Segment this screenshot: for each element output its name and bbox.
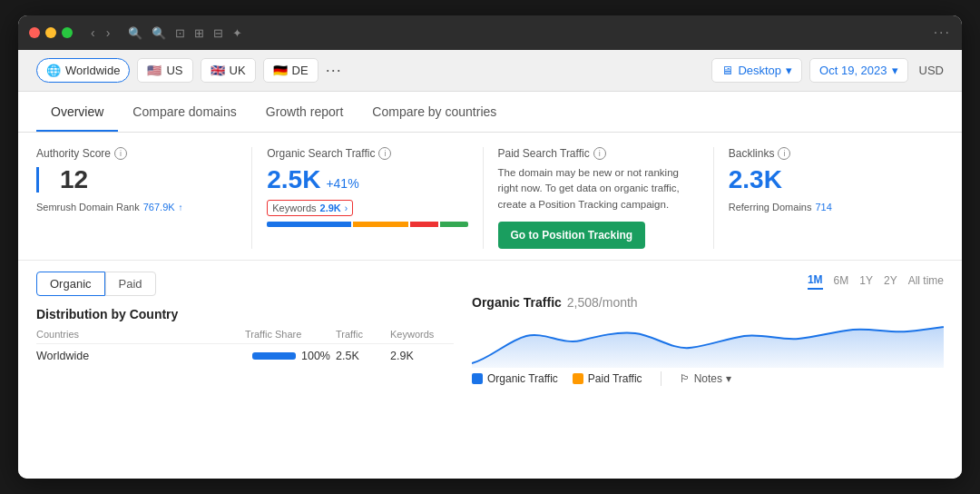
organic-traffic-value: 2.5K +41% xyxy=(267,165,467,194)
backlinks-title: Backlinks i xyxy=(729,147,929,160)
keywords-badge: Keywords 2.9K › xyxy=(267,200,353,216)
uk-filter[interactable]: 🇬🇧 UK xyxy=(201,58,256,83)
desktop-filter[interactable]: 🖥 Desktop ▾ xyxy=(711,58,802,83)
traffic-value: 2.5K xyxy=(336,350,390,362)
time-alltime-button[interactable]: All time xyxy=(908,272,944,290)
desktop-icon: 🖥 xyxy=(721,64,733,77)
authority-info-icon[interactable]: i xyxy=(114,147,127,160)
time-2y-button[interactable]: 2Y xyxy=(884,272,897,290)
traffic-share-value: 100% xyxy=(301,350,330,362)
referring-domains-value[interactable]: 714 xyxy=(815,202,831,212)
progress-bar-red xyxy=(410,222,438,227)
backlinks-card: Backlinks i 2.3K Referring Domains 714 xyxy=(714,147,944,249)
nav-buttons: ‹ › xyxy=(87,24,113,42)
de-label: DE xyxy=(292,64,309,77)
time-6m-button[interactable]: 6M xyxy=(834,272,849,290)
cards-row: Authority Score i 12 Semrush Domain Rank… xyxy=(18,133,962,261)
back-button[interactable]: ‹ xyxy=(87,24,99,42)
main-content: Overview Compare domains Growth report C… xyxy=(18,92,962,479)
country-bar-icon xyxy=(252,352,296,360)
window-icon: ⊡ xyxy=(175,26,185,40)
worldwide-label: Worldwide xyxy=(65,64,120,77)
keywords-value: 2.9K xyxy=(390,350,454,362)
chart-value: 2,508/month xyxy=(567,295,638,310)
currency-label: USD xyxy=(919,64,944,77)
backlinks-info-icon[interactable]: i xyxy=(778,147,790,160)
legend-organic: Organic Traffic xyxy=(472,372,558,385)
date-label: Oct 19, 2023 xyxy=(819,64,887,77)
uk-label: UK xyxy=(230,64,246,77)
left-panel: Organic Paid Distribution by Country Cou… xyxy=(36,272,454,401)
authority-bar-icon xyxy=(36,167,53,193)
paid-info-icon[interactable]: i xyxy=(593,147,606,160)
col-traffic-share: Traffic Share xyxy=(245,329,336,340)
forward-button[interactable]: › xyxy=(103,24,114,42)
de-flag-icon: 🇩🇪 xyxy=(273,64,288,77)
notes-button[interactable]: 🏳 Notes ▾ xyxy=(680,372,731,385)
tabs: Overview Compare domains Growth report C… xyxy=(18,92,962,133)
paid-traffic-title: Paid Search Traffic i xyxy=(498,147,699,160)
paid-toggle-button[interactable]: Paid xyxy=(105,272,156,296)
tab-compare-domains[interactable]: Compare domains xyxy=(118,92,250,132)
notes-icon: 🏳 xyxy=(680,372,691,385)
legend-paid-dot xyxy=(573,373,583,384)
distribution-title: Distribution by Country xyxy=(36,307,454,321)
traffic-progress-bars xyxy=(267,222,467,227)
date-filter[interactable]: Oct 19, 2023 ▾ xyxy=(809,58,907,83)
organic-change: +41% xyxy=(326,176,358,191)
worldwide-filter[interactable]: 🌐 Worldwide xyxy=(36,58,130,83)
referring-domains: Referring Domains 714 xyxy=(729,202,929,212)
chevron-down-icon: ▾ xyxy=(786,64,792,77)
organic-chart xyxy=(472,313,944,368)
chart-title: Organic Traffic xyxy=(472,295,562,310)
domain-rank-value[interactable]: 767.9K xyxy=(143,202,175,212)
minimize-button[interactable] xyxy=(45,27,56,38)
zoom-in-icon: 🔍 xyxy=(152,26,166,40)
table-row: Worldwide 100% 2.5K 2.9K xyxy=(36,344,454,368)
us-filter[interactable]: 🇺🇸 US xyxy=(137,58,192,83)
progress-bar-blue xyxy=(267,222,350,227)
maximize-button[interactable] xyxy=(62,27,73,38)
notes-chevron-icon: ▾ xyxy=(726,372,731,385)
authority-score-card: Authority Score i 12 Semrush Domain Rank… xyxy=(36,147,252,249)
domain-rank-arrow-icon: ↑ xyxy=(179,203,183,212)
toolbar-icons: 🔍 🔍 ⊡ ⊞ ⊟ ✦ xyxy=(128,26,242,40)
tab-growth-report[interactable]: Growth report xyxy=(251,92,358,132)
tab-overview[interactable]: Overview xyxy=(36,92,118,132)
chart-title-row: Organic Traffic 2,508/month xyxy=(472,295,944,310)
chart-area xyxy=(472,313,944,368)
bottom-section: Organic Paid Distribution by Country Cou… xyxy=(18,261,962,401)
traffic-lights xyxy=(29,27,73,38)
keywords-label: Keywords xyxy=(272,203,316,213)
browser-window: ‹ › 🔍 🔍 ⊡ ⊞ ⊟ ✦ ··· 🌐 Worldwide 🇺🇸 US 🇬🇧… xyxy=(18,15,962,479)
organic-toggle-button[interactable]: Organic xyxy=(36,272,105,296)
more-options-icon[interactable]: ··· xyxy=(934,25,951,41)
us-label: US xyxy=(166,64,182,77)
organic-info-icon[interactable]: i xyxy=(378,147,391,160)
backlinks-value: 2.3K xyxy=(729,165,929,194)
notes-label: Notes xyxy=(694,372,722,385)
keyword-arrow-icon: › xyxy=(345,203,348,213)
keywords-value: 2.9K xyxy=(320,203,341,213)
zoom-out-icon: 🔍 xyxy=(128,26,142,40)
share-icon: ⊞ xyxy=(194,26,204,40)
traffic-share-cell: 100% xyxy=(245,350,336,362)
tab-icon: ⊟ xyxy=(213,26,223,40)
legend-paid-label: Paid Traffic xyxy=(588,372,642,385)
more-filters-button[interactable]: ··· xyxy=(326,61,342,80)
desktop-label: Desktop xyxy=(738,64,781,77)
close-button[interactable] xyxy=(29,27,40,38)
progress-bar-orange xyxy=(353,222,409,227)
time-1y-button[interactable]: 1Y xyxy=(859,272,873,290)
position-tracking-button[interactable]: Go to Position Tracking xyxy=(498,222,646,249)
legend-paid: Paid Traffic xyxy=(573,372,642,385)
time-1m-button[interactable]: 1M xyxy=(808,272,823,290)
progress-bar-green xyxy=(440,222,468,227)
country-cell: Worldwide xyxy=(36,350,245,362)
bookmark-icon: ✦ xyxy=(232,26,242,40)
organic-traffic-card: Organic Search Traffic i 2.5K +41% Keywo… xyxy=(252,147,483,249)
de-filter[interactable]: 🇩🇪 DE xyxy=(263,58,318,83)
tab-compare-countries[interactable]: Compare by countries xyxy=(358,92,511,132)
col-countries: Countries xyxy=(36,329,245,340)
filter-bar: 🌐 Worldwide 🇺🇸 US 🇬🇧 UK 🇩🇪 DE ··· 🖥 Desk… xyxy=(18,50,962,92)
